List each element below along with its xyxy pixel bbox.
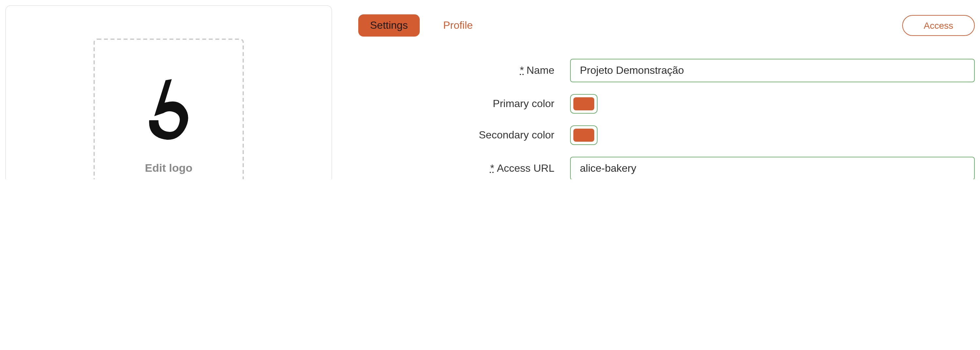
required-mark: *	[520, 65, 524, 76]
required-mark: *	[490, 163, 494, 174]
edit-logo-label: Edit logo	[145, 162, 192, 175]
label-primary-color: Primary color	[358, 98, 554, 110]
edit-logo-box[interactable]: Edit logo	[94, 38, 244, 179]
project-summary-card: Edit logo Projeto Demonstração Created A…	[5, 5, 332, 179]
settings-panel: Settings Profile Access *Name Primary co…	[358, 5, 975, 179]
label-access-url: *Access URL	[358, 163, 554, 174]
primary-color-swatch-wrap	[570, 94, 598, 114]
tab-profile[interactable]: Profile	[431, 14, 485, 36]
label-secondary-color: Secondary color	[358, 129, 554, 141]
access-button[interactable]: Access	[902, 15, 975, 36]
secondary-color-swatch-wrap	[570, 125, 598, 145]
name-input[interactable]	[570, 59, 975, 82]
logo-icon	[139, 72, 198, 150]
tab-settings[interactable]: Settings	[358, 14, 420, 36]
label-name-text: Name	[527, 65, 554, 76]
label-name: *Name	[358, 65, 554, 76]
primary-color-swatch[interactable]	[573, 97, 594, 110]
settings-form: *Name Primary color Secondary col	[358, 59, 975, 179]
form-row-secondary-color: Secondary color	[358, 125, 975, 145]
access-url-input[interactable]	[570, 157, 975, 179]
label-access-url-text: Access URL	[497, 163, 554, 174]
form-row-access-url: *Access URL	[358, 157, 975, 179]
form-row-primary-color: Primary color	[358, 94, 975, 114]
secondary-color-swatch[interactable]	[573, 129, 594, 142]
tabs-row: Settings Profile Access	[358, 14, 975, 36]
form-row-name: *Name	[358, 59, 975, 82]
